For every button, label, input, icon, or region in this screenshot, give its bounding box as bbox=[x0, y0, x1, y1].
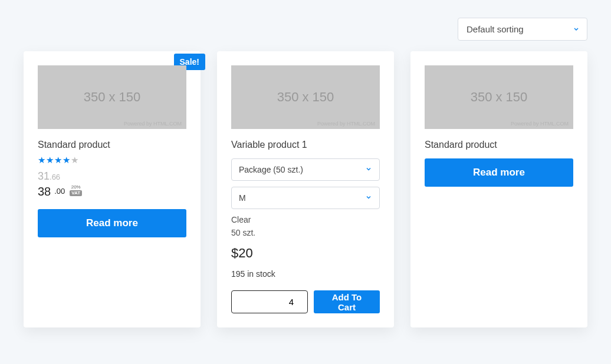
star-empty-icon: ★ bbox=[71, 155, 79, 165]
vat-percent: 20% bbox=[71, 185, 81, 190]
placeholder-credit: Powered by HTML.COM bbox=[124, 121, 182, 127]
vat-label: VAT bbox=[70, 190, 82, 196]
placeholder-credit: Powered by HTML.COM bbox=[511, 121, 569, 127]
product-card: 350 x 150 Powered by HTML.COM Standard p… bbox=[410, 51, 587, 327]
price-new: 38.00 20% VAT bbox=[38, 185, 186, 198]
chevron-down-icon bbox=[365, 193, 372, 203]
quantity-input[interactable] bbox=[231, 290, 308, 313]
product-card: Sale! 350 x 150 Powered by HTML.COM Stan… bbox=[24, 51, 201, 327]
size-select-value: M bbox=[239, 193, 246, 203]
product-title[interactable]: Standard product bbox=[38, 140, 186, 150]
star-icon: ★ bbox=[46, 155, 54, 165]
product-title[interactable]: Variable product 1 bbox=[231, 140, 380, 150]
package-select-value: Package (50 szt.) bbox=[239, 165, 303, 174]
placeholder-dimensions: 350 x 150 bbox=[277, 90, 334, 105]
price-old-cents: .66 bbox=[50, 173, 60, 181]
vat-badge: 20% VAT bbox=[70, 185, 82, 196]
add-to-cart-row: Add To Cart bbox=[231, 290, 380, 313]
clear-link[interactable]: Clear bbox=[231, 215, 380, 224]
placeholder-dimensions: 350 x 150 bbox=[471, 90, 528, 105]
product-grid: Sale! 350 x 150 Powered by HTML.COM Stan… bbox=[24, 51, 587, 327]
stock-status: 195 in stock bbox=[231, 269, 380, 279]
product-title[interactable]: Standard product bbox=[425, 140, 573, 150]
product-price: $20 bbox=[231, 246, 380, 261]
product-image-placeholder: 350 x 150 Powered by HTML.COM bbox=[38, 65, 186, 129]
price-old: 31.66 bbox=[38, 170, 186, 183]
product-image-placeholder: 350 x 150 Powered by HTML.COM bbox=[425, 65, 573, 129]
price-new-int: 38 bbox=[38, 185, 51, 198]
rating-stars: ★★★★★ bbox=[38, 155, 186, 166]
price-new-cents: .00 bbox=[54, 187, 65, 196]
chevron-down-icon bbox=[573, 24, 580, 34]
read-more-button[interactable]: Read more bbox=[38, 209, 186, 237]
placeholder-dimensions: 350 x 150 bbox=[84, 90, 141, 105]
sort-select[interactable]: Default sorting bbox=[458, 18, 587, 41]
top-bar: Default sorting bbox=[24, 18, 587, 41]
star-icon: ★ bbox=[38, 155, 46, 165]
placeholder-credit: Powered by HTML.COM bbox=[317, 121, 375, 127]
pack-size-label: 50 szt. bbox=[231, 228, 380, 237]
product-card: 350 x 150 Powered by HTML.COM Variable p… bbox=[217, 51, 394, 327]
star-icon: ★ bbox=[54, 155, 63, 165]
sort-selected-label: Default sorting bbox=[467, 24, 524, 34]
product-image-placeholder: 350 x 150 Powered by HTML.COM bbox=[231, 65, 380, 129]
price-old-int: 31 bbox=[38, 170, 50, 182]
read-more-button[interactable]: Read more bbox=[425, 158, 573, 187]
chevron-down-icon bbox=[365, 165, 372, 174]
size-select[interactable]: M bbox=[231, 187, 380, 209]
package-select[interactable]: Package (50 szt.) bbox=[231, 158, 380, 181]
add-to-cart-button[interactable]: Add To Cart bbox=[314, 290, 380, 313]
star-icon: ★ bbox=[63, 155, 71, 165]
